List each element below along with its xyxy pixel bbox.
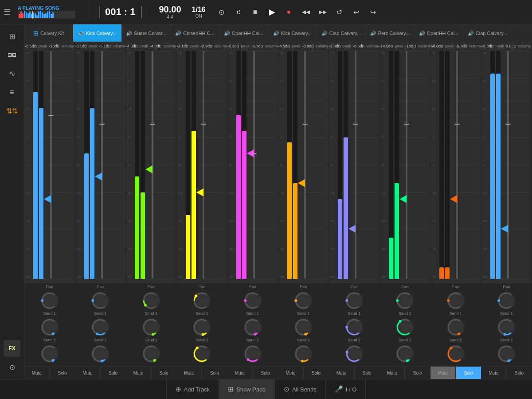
- fader-handle-perc-calvary[interactable]: [399, 195, 407, 203]
- fader-track-perc-calvary[interactable]: [406, 51, 407, 279]
- send2-knob-openhh-cal[interactable]: [446, 344, 466, 364]
- send1-knob-kick-calvary[interactable]: [90, 317, 110, 337]
- all-sends-button[interactable]: ⊙ All Sends: [275, 379, 326, 399]
- sidebar-item-lines[interactable]: ≡: [4, 84, 20, 101]
- mute-button-snare-calvary[interactable]: Mute: [126, 367, 151, 379]
- menu-icon[interactable]: ☰: [4, 7, 11, 17]
- send1-knob-clap-calvary[interactable]: [344, 317, 364, 337]
- solo-button-clap-calvary2[interactable]: Solo: [507, 367, 532, 379]
- record-button[interactable]: ●: [283, 8, 295, 16]
- forward-button[interactable]: ▶▶: [317, 9, 329, 15]
- tab-openhh2[interactable]: 🔊 OpenHH Cal...: [415, 24, 463, 42]
- send1-knob-closedhh[interactable]: [192, 317, 211, 337]
- tab-kick2[interactable]: 🔊 Kick Calvary...: [268, 24, 317, 42]
- solo-button-openhh-cal[interactable]: Solo: [456, 367, 481, 379]
- solo-button-kick-calvary2[interactable]: Solo: [304, 367, 329, 379]
- fader-handle-openhh-cal[interactable]: [450, 195, 457, 203]
- send2-knob-closedhh[interactable]: [192, 344, 211, 364]
- send2-knob-calvary-kit[interactable]: [40, 344, 59, 364]
- pan-knob-clap-calvary[interactable]: [344, 291, 364, 310]
- sidebar-item-arrange[interactable]: ⊟⊟: [4, 47, 20, 63]
- mute-button-openhh[interactable]: Mute: [227, 367, 253, 379]
- send1-knob-kick-calvary2[interactable]: [293, 317, 313, 337]
- redo-button[interactable]: ↪: [367, 8, 379, 16]
- solo-button-kick-calvary[interactable]: Solo: [101, 367, 125, 379]
- stop-button[interactable]: ■: [249, 8, 262, 16]
- send2-knob-clap-calvary2[interactable]: [497, 344, 516, 364]
- sidebar-item-wave[interactable]: ∿: [4, 65, 20, 82]
- send1-knob-openhh[interactable]: [243, 317, 262, 337]
- route-button[interactable]: ⑆: [232, 9, 245, 16]
- pan-knob-perc-calvary[interactable]: [395, 291, 415, 310]
- send2-knob-perc-calvary[interactable]: [395, 344, 415, 364]
- add-track-button[interactable]: ⊕ Add Track: [166, 379, 219, 399]
- pan-knob-kick-calvary[interactable]: [90, 291, 110, 310]
- pan-knob-clap-calvary2[interactable]: [497, 291, 516, 310]
- solo-button-closedhh[interactable]: Solo: [202, 367, 227, 379]
- tempo-value[interactable]: 90.00: [159, 4, 181, 15]
- send1-knob-snare-calvary[interactable]: [141, 317, 161, 337]
- io-button[interactable]: 🎤 I / O: [326, 379, 366, 399]
- fader-track-clap-calvary2[interactable]: [507, 51, 509, 279]
- sidebar-item-mixer[interactable]: ⇅⇅: [4, 102, 20, 119]
- solo-button-snare-calvary[interactable]: Solo: [152, 367, 176, 379]
- mute-button-kick-calvary2[interactable]: Mute: [278, 367, 304, 379]
- send2-knob-snare-calvary[interactable]: [141, 344, 161, 364]
- send1-knob-clap-calvary2[interactable]: [497, 317, 516, 337]
- fader-track-kick-calvary2[interactable]: [304, 51, 306, 279]
- fader-track-snare-calvary[interactable]: [152, 51, 153, 279]
- sidebar-item-settings[interactable]: ⊙: [4, 359, 20, 376]
- send1-knob-perc-calvary[interactable]: [395, 317, 415, 337]
- fader-track-calvary-kit[interactable]: [50, 51, 52, 279]
- solo-button-clap-calvary[interactable]: Solo: [355, 367, 379, 379]
- mute-button-closedhh[interactable]: Mute: [177, 367, 202, 379]
- send2-knob-openhh[interactable]: [243, 344, 262, 364]
- fader-track-openhh[interactable]: [253, 51, 255, 279]
- mute-button-openhh-cal[interactable]: Mute: [430, 367, 456, 379]
- show-pads-button[interactable]: ⊞ Show Pads: [219, 379, 275, 399]
- pan-knob-openhh-cal[interactable]: [446, 291, 466, 310]
- solo-button-perc-calvary[interactable]: Solo: [405, 367, 430, 379]
- fader-track-clap-calvary[interactable]: [355, 51, 356, 279]
- mute-button-calvary-kit[interactable]: Mute: [24, 367, 50, 379]
- fader-track-kick-calvary[interactable]: [101, 51, 103, 279]
- undo-button[interactable]: ↩: [350, 8, 363, 16]
- play-button[interactable]: ▶: [266, 7, 278, 17]
- mute-button-kick-calvary[interactable]: Mute: [75, 367, 101, 379]
- pan-knob-closedhh[interactable]: [192, 291, 211, 310]
- fader-handle-kick-calvary[interactable]: [95, 172, 102, 180]
- send2-knob-kick-calvary[interactable]: [90, 344, 110, 364]
- tab-kick-calvary[interactable]: 🔊 Kick Calvary...: [73, 24, 122, 42]
- sidebar-item-fx[interactable]: FX: [4, 340, 20, 357]
- tab-perc[interactable]: 🔊 Perc Calvary...: [366, 24, 415, 42]
- fader-track-closedhh[interactable]: [203, 51, 204, 279]
- song-waveform[interactable]: [18, 11, 75, 19]
- mute-button-clap-calvary[interactable]: Mute: [329, 367, 354, 379]
- fader-handle-kick-calvary2[interactable]: [298, 179, 305, 187]
- mute-button-clap-calvary2[interactable]: Mute: [481, 367, 507, 379]
- tab-clap2[interactable]: 🔊 Clap Calvary...: [463, 24, 512, 42]
- fader-handle-clap-calvary2[interactable]: [501, 225, 508, 233]
- send1-knob-openhh-cal[interactable]: [446, 317, 466, 337]
- loop-button[interactable]: ↺: [333, 8, 346, 16]
- solo-button-openhh[interactable]: Solo: [253, 367, 278, 379]
- sidebar-item-grid[interactable]: ⊞: [4, 28, 20, 45]
- pan-knob-openhh[interactable]: [243, 291, 262, 310]
- tab-closedhh[interactable]: 🔊 ClosedHH C...: [171, 24, 219, 42]
- fader-track-openhh-cal[interactable]: [456, 51, 458, 279]
- tab-clap[interactable]: 🔊 Clap Calvary...: [317, 24, 366, 42]
- tab-calvary-kit[interactable]: ⊞ Calvary Kit: [24, 24, 73, 42]
- rewind-button[interactable]: ◀◀: [300, 9, 312, 15]
- fader-handle-snare-calvary[interactable]: [145, 165, 153, 173]
- pan-knob-calvary-kit[interactable]: [40, 291, 59, 310]
- pan-knob-kick-calvary2[interactable]: [293, 291, 313, 310]
- fader-handle-clap-calvary[interactable]: [348, 225, 356, 233]
- metronome-button[interactable]: ⊙: [215, 8, 228, 16]
- pan-knob-snare-calvary[interactable]: [141, 291, 161, 310]
- fader-handle-closedhh[interactable]: [196, 188, 203, 196]
- mute-button-perc-calvary[interactable]: Mute: [380, 367, 405, 379]
- send2-knob-kick-calvary2[interactable]: [293, 344, 313, 364]
- send1-knob-calvary-kit[interactable]: [40, 317, 59, 337]
- send2-knob-clap-calvary[interactable]: [344, 344, 364, 364]
- tab-openhh[interactable]: 🔊 OpenHH Cal...: [219, 24, 268, 42]
